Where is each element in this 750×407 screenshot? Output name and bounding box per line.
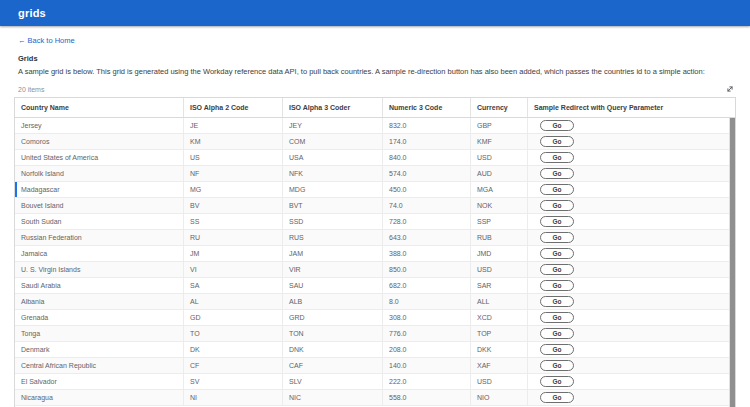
- go-button[interactable]: Go: [540, 264, 574, 275]
- cell-currency: USD: [471, 262, 528, 277]
- cell-redirect: Go: [528, 118, 735, 133]
- cell-currency: XAF: [471, 358, 528, 373]
- cell-redirect: Go: [528, 214, 735, 229]
- table-row[interactable]: AlbaniaALALB8.0ALLGo: [15, 294, 735, 310]
- table-row[interactable]: JerseyJEJEY832.0GBPGo: [15, 118, 735, 134]
- table-row[interactable]: United States of AmericaUSUSA840.0USDGo: [15, 150, 735, 166]
- table-row[interactable]: Russian FederationRURUS643.0RUBGo: [15, 230, 735, 246]
- cell-alpha3: BVT: [283, 198, 383, 213]
- cell-numeric: 574.0: [383, 166, 471, 181]
- cell-alpha2: MG: [184, 182, 283, 197]
- cell-country: Jersey: [15, 118, 184, 133]
- column-header: ISO Alpha 2 Code: [184, 98, 283, 117]
- cell-currency: USD: [471, 374, 528, 389]
- go-button[interactable]: Go: [540, 296, 574, 307]
- go-button[interactable]: Go: [540, 376, 574, 387]
- table-row[interactable]: GrenadaGDGRD308.0XCDGo: [15, 310, 735, 326]
- cell-alpha2: SV: [184, 374, 283, 389]
- table-row[interactable]: Bouvet IslandBVBVT74.0NOKGo: [15, 198, 735, 214]
- cell-country: Denmark: [15, 342, 184, 357]
- cell-country: Bouvet Island: [15, 198, 184, 213]
- cell-currency: KMF: [471, 134, 528, 149]
- go-button[interactable]: Go: [540, 168, 574, 179]
- grid-scrollbar-thumb[interactable]: [730, 118, 735, 407]
- back-link-label: Back to Home: [28, 36, 75, 45]
- cell-alpha2: DK: [184, 342, 283, 357]
- cell-redirect: Go: [528, 182, 735, 197]
- cell-alpha2: GD: [184, 310, 283, 325]
- table-row[interactable]: MadagascarMGMDG450.0MGAGo: [15, 182, 735, 198]
- cell-alpha3: SLV: [283, 374, 383, 389]
- back-arrow-icon: ←: [18, 36, 26, 45]
- cell-redirect: Go: [528, 150, 735, 165]
- go-button[interactable]: Go: [540, 328, 574, 339]
- go-button[interactable]: Go: [540, 248, 574, 259]
- cell-redirect: Go: [528, 374, 735, 389]
- cell-alpha2: NI: [184, 390, 283, 405]
- cell-numeric: 643.0: [383, 230, 471, 245]
- cell-numeric: 682.0: [383, 278, 471, 293]
- table-row[interactable]: DenmarkDKDNK208.0DKKGo: [15, 342, 735, 358]
- cell-alpha2: VI: [184, 262, 283, 277]
- go-button[interactable]: Go: [540, 232, 574, 243]
- go-button[interactable]: Go: [540, 184, 574, 195]
- cell-numeric: 450.0: [383, 182, 471, 197]
- cell-alpha3: DNK: [283, 342, 383, 357]
- expand-grid-icon[interactable]: [724, 83, 736, 95]
- table-row[interactable]: U. S. Virgin IslandsVIVIR850.0USDGo: [15, 262, 735, 278]
- cell-numeric: 208.0: [383, 342, 471, 357]
- cell-redirect: Go: [528, 262, 735, 277]
- cell-redirect: Go: [528, 230, 735, 245]
- table-row[interactable]: South SudanSSSSD728.0SSPGo: [15, 214, 735, 230]
- table-row[interactable]: TongaTOTON776.0TOPGo: [15, 326, 735, 342]
- cell-country: Jamaica: [15, 246, 184, 261]
- column-header: Country Name: [15, 98, 184, 117]
- cell-country: Madagascar: [15, 182, 184, 197]
- table-row[interactable]: El SalvadorSVSLV222.0USDGo: [15, 374, 735, 390]
- cell-alpha2: JM: [184, 246, 283, 261]
- go-button[interactable]: Go: [540, 120, 574, 131]
- go-button[interactable]: Go: [540, 200, 574, 211]
- table-row[interactable]: NicaraguaNINIC558.0NIOGo: [15, 390, 735, 406]
- go-button[interactable]: Go: [540, 344, 574, 355]
- go-button[interactable]: Go: [540, 280, 574, 291]
- cell-currency: SSP: [471, 214, 528, 229]
- cell-country: South Sudan: [15, 214, 184, 229]
- cell-redirect: Go: [528, 246, 735, 261]
- cell-currency: ALL: [471, 294, 528, 309]
- cell-alpha3: VIR: [283, 262, 383, 277]
- app-bar: grids: [0, 0, 750, 26]
- column-header: ISO Alpha 3 Coder: [283, 98, 383, 117]
- countries-grid: Country NameISO Alpha 2 CodeISO Alpha 3 …: [14, 97, 736, 407]
- cell-alpha2: BV: [184, 198, 283, 213]
- table-row[interactable]: JamaicaJMJAM388.0JMDGo: [15, 246, 735, 262]
- back-to-home-link[interactable]: ← Back to Home: [18, 36, 75, 45]
- cell-country: Tonga: [15, 326, 184, 341]
- go-button[interactable]: Go: [540, 392, 574, 403]
- table-row[interactable]: Central African RepublicCFCAF140.0XAFGo: [15, 358, 735, 374]
- cell-currency: NIO: [471, 390, 528, 405]
- cell-country: Russian Federation: [15, 230, 184, 245]
- grid-scrollbar[interactable]: [729, 118, 735, 407]
- cell-redirect: Go: [528, 310, 735, 325]
- table-row[interactable]: Saudi ArabiaSASAU682.0SARGo: [15, 278, 735, 294]
- go-button[interactable]: Go: [540, 360, 574, 371]
- table-row[interactable]: Norfolk IslandNFNFK574.0AUDGo: [15, 166, 735, 182]
- cell-country: Nicaragua: [15, 390, 184, 405]
- go-button[interactable]: Go: [540, 136, 574, 147]
- cell-redirect: Go: [528, 198, 735, 213]
- cell-currency: GBP: [471, 118, 528, 133]
- go-button[interactable]: Go: [540, 152, 574, 163]
- cell-numeric: 222.0: [383, 374, 471, 389]
- go-button[interactable]: Go: [540, 312, 574, 323]
- cell-country: U. S. Virgin Islands: [15, 262, 184, 277]
- cell-currency: RUB: [471, 230, 528, 245]
- cell-alpha2: CF: [184, 358, 283, 373]
- cell-alpha2: SA: [184, 278, 283, 293]
- cell-alpha2: AL: [184, 294, 283, 309]
- cell-numeric: 558.0: [383, 390, 471, 405]
- table-row[interactable]: ComorosKMCOM174.0KMFGo: [15, 134, 735, 150]
- cell-redirect: Go: [528, 278, 735, 293]
- go-button[interactable]: Go: [540, 216, 574, 227]
- page-title: Grids: [18, 54, 38, 63]
